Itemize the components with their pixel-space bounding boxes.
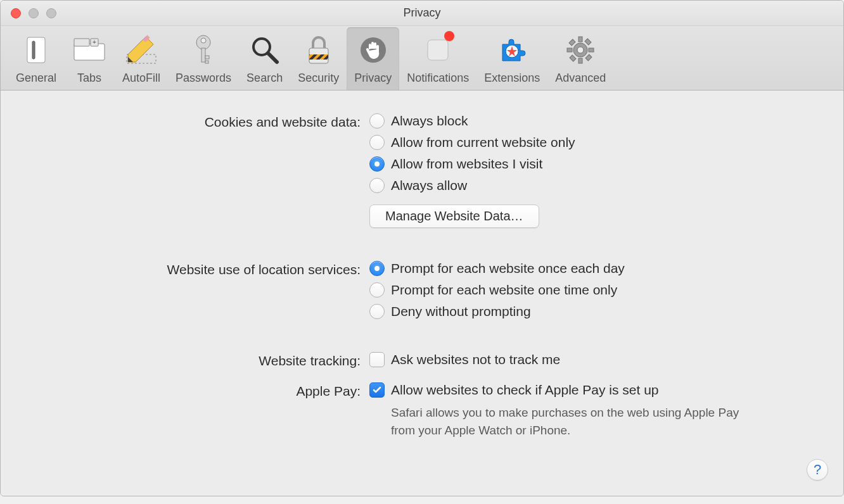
- tab-label: AutoFill: [122, 72, 160, 85]
- radio-label: Always allow: [391, 178, 467, 193]
- radio-icon: [369, 135, 385, 150]
- tab-label: Notifications: [407, 72, 469, 85]
- tab-label: Advanced: [555, 72, 606, 85]
- svg-point-34: [577, 47, 584, 53]
- radio-icon: [369, 156, 385, 172]
- window-controls: [1, 8, 56, 18]
- svg-rect-28: [567, 48, 572, 52]
- preferences-toolbar: General + Tabs: [1, 26, 843, 91]
- search-icon: [247, 32, 283, 68]
- tab-general[interactable]: General: [8, 27, 64, 90]
- location-label: Website use of location services:: [23, 261, 369, 325]
- cookies-option-always-block[interactable]: Always block: [369, 113, 821, 129]
- applepay-checkbox-row[interactable]: Allow websites to check if Apple Pay is …: [369, 382, 821, 398]
- svg-rect-12: [201, 48, 205, 62]
- radio-label: Allow from current website only: [391, 135, 575, 150]
- tab-label: Search: [246, 72, 283, 85]
- location-option-once-each-day[interactable]: Prompt for each website once each day: [369, 261, 821, 276]
- svg-rect-30: [569, 39, 575, 46]
- notification-badge: [444, 31, 454, 41]
- cookies-option-current-only[interactable]: Allow from current website only: [369, 135, 821, 150]
- radio-label: Always block: [391, 113, 468, 129]
- cookies-option-always-allow[interactable]: Always allow: [369, 178, 821, 193]
- svg-rect-3: [74, 39, 89, 46]
- radio-icon: [369, 282, 385, 298]
- radio-label: Deny without prompting: [391, 304, 531, 319]
- applepay-hint: Safari allows you to make purchases on t…: [391, 404, 746, 439]
- svg-rect-19: [309, 54, 328, 60]
- checkbox-label: Ask websites not to track me: [391, 352, 560, 367]
- notifications-icon: [420, 32, 456, 68]
- lock-icon: [301, 32, 336, 68]
- preferences-window: Privacy General + Tabs: [0, 0, 844, 496]
- tracking-checkbox-row[interactable]: Ask websites not to track me: [369, 352, 821, 367]
- radio-icon: [369, 304, 385, 319]
- tabs-icon: +: [72, 32, 107, 68]
- svg-marker-7: [128, 37, 153, 62]
- svg-rect-14: [205, 61, 208, 63]
- titlebar: Privacy: [1, 1, 843, 26]
- key-icon: [186, 32, 221, 68]
- close-button[interactable]: [11, 8, 21, 18]
- location-section: Website use of location services: Prompt…: [23, 261, 821, 325]
- gear-icon: [563, 32, 598, 68]
- applepay-section: Apple Pay: Allow websites to check if Ap…: [23, 382, 821, 439]
- tab-security[interactable]: Security: [290, 27, 347, 90]
- tab-extensions[interactable]: Extensions: [476, 27, 547, 90]
- radio-icon: [369, 113, 385, 129]
- svg-text:+: +: [93, 39, 96, 46]
- window-title: Privacy: [1, 6, 843, 20]
- tab-label: Security: [298, 72, 339, 85]
- radio-icon: [369, 261, 385, 276]
- svg-rect-27: [579, 58, 582, 63]
- location-option-one-time-only[interactable]: Prompt for each website one time only: [369, 282, 821, 298]
- zoom-button[interactable]: [46, 8, 56, 18]
- radio-label: Prompt for each website one time only: [391, 282, 617, 298]
- svg-rect-1: [32, 41, 35, 59]
- checkbox-icon: [369, 382, 385, 398]
- cookies-label: Cookies and website data:: [23, 113, 369, 228]
- general-icon: [18, 32, 54, 68]
- extensions-icon: [494, 32, 530, 68]
- applepay-label: Apple Pay:: [23, 382, 369, 439]
- autofill-icon: [124, 32, 159, 68]
- tab-label: Passwords: [176, 72, 231, 85]
- tab-passwords[interactable]: Passwords: [168, 27, 239, 90]
- svg-rect-0: [27, 37, 45, 63]
- tab-advanced[interactable]: Advanced: [547, 27, 613, 90]
- tab-privacy[interactable]: Privacy: [347, 27, 399, 90]
- svg-rect-22: [428, 40, 448, 60]
- svg-rect-29: [589, 48, 594, 52]
- minimize-button[interactable]: [29, 8, 39, 18]
- svg-line-16: [268, 53, 277, 62]
- help-button[interactable]: ?: [807, 459, 828, 481]
- radio-icon: [369, 178, 385, 193]
- tab-search[interactable]: Search: [239, 27, 290, 90]
- cookies-section: Cookies and website data: Always block A…: [23, 113, 821, 228]
- radio-label: Prompt for each website once each day: [391, 261, 625, 276]
- tab-label: General: [16, 72, 56, 85]
- svg-point-11: [201, 38, 206, 43]
- privacy-pane: Cookies and website data: Always block A…: [1, 91, 843, 496]
- cookies-option-websites-i-visit[interactable]: Allow from websites I visit: [369, 156, 821, 172]
- svg-rect-13: [205, 56, 209, 59]
- hand-icon: [355, 32, 391, 68]
- tab-label: Extensions: [484, 72, 540, 85]
- radio-label: Allow from websites I visit: [391, 156, 542, 172]
- tab-autofill[interactable]: AutoFill: [115, 27, 168, 90]
- location-option-deny[interactable]: Deny without prompting: [369, 304, 821, 319]
- tracking-label: Website tracking:: [23, 352, 369, 374]
- manage-website-data-button[interactable]: Manage Website Data…: [369, 205, 539, 228]
- svg-rect-31: [585, 54, 592, 61]
- svg-rect-33: [570, 55, 576, 61]
- tracking-section: Website tracking: Ask websites not to tr…: [23, 352, 821, 374]
- checkbox-label: Allow websites to check if Apple Pay is …: [391, 382, 659, 398]
- checkbox-icon: [369, 352, 385, 367]
- tab-notifications[interactable]: Notifications: [399, 27, 476, 90]
- tab-label: Tabs: [77, 72, 101, 85]
- help-glyph: ?: [814, 462, 821, 478]
- tab-label: Privacy: [354, 72, 392, 85]
- svg-rect-32: [585, 39, 591, 45]
- tab-tabs[interactable]: + Tabs: [64, 27, 115, 90]
- svg-rect-26: [579, 37, 582, 42]
